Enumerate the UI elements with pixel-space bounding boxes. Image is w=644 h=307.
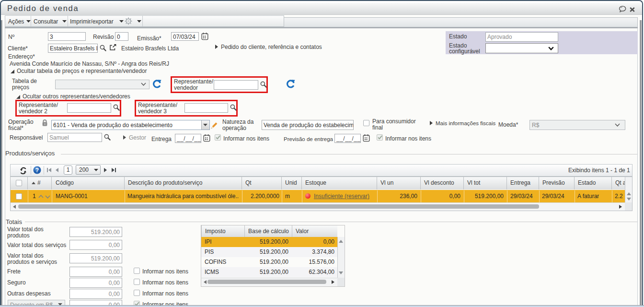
svg-text:?: ?	[35, 167, 39, 174]
